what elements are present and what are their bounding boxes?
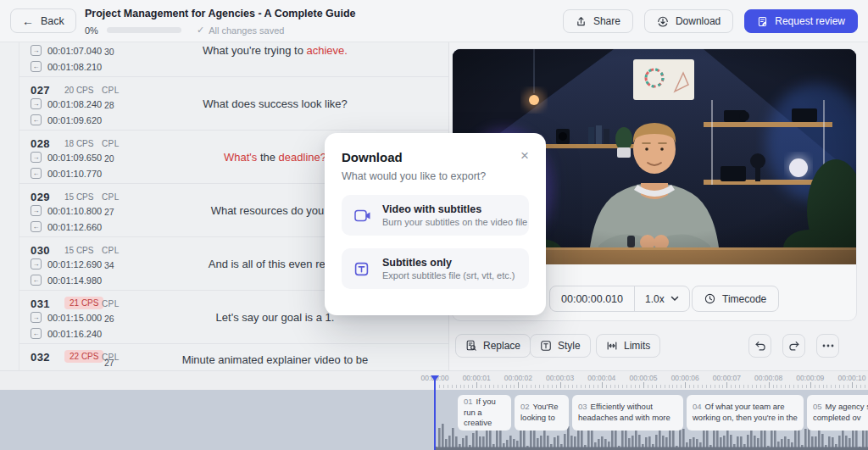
ruler-tick xyxy=(610,385,611,388)
document-review-icon xyxy=(757,16,768,27)
in-timestamp[interactable]: →00:01:09.650 xyxy=(31,152,102,163)
ruler-tick xyxy=(715,385,715,388)
in-timestamp[interactable]: →00:01:15.000 xyxy=(31,312,102,323)
subtitle-text[interactable]: Minute animated explainer video to be xyxy=(119,344,431,370)
ruler-tick xyxy=(843,385,844,388)
playhead[interactable] xyxy=(434,376,436,450)
timeline: 00:00:0000:00:0100:00:0200:00:0300:00:04… xyxy=(0,370,868,450)
timeline-segment[interactable]: 05My agency su completed ov xyxy=(807,395,868,431)
ruler-tick xyxy=(606,385,607,388)
toolbar: Replace Style Limits xyxy=(452,334,857,358)
redo-button[interactable] xyxy=(782,334,805,358)
ruler-tick xyxy=(731,385,732,388)
cpl-value: 27 xyxy=(104,207,114,217)
cpl-value: 26 xyxy=(104,314,114,324)
ruler-tick xyxy=(710,385,711,388)
ruler-tick xyxy=(552,385,553,388)
option-title: Video with subtitles xyxy=(382,203,527,215)
out-timestamp[interactable]: ←00:01:09.620 xyxy=(31,114,102,125)
back-button[interactable]: ← Back xyxy=(10,8,76,33)
replace-button[interactable]: Replace xyxy=(455,334,531,358)
ruler-tick xyxy=(831,385,832,388)
redo-icon xyxy=(788,341,800,352)
in-timestamp[interactable]: →00:01:07.040 xyxy=(31,45,102,56)
ruler-tick xyxy=(726,382,727,388)
out-timestamp[interactable]: ←00:01:08.210 xyxy=(31,61,102,72)
ruler-tick xyxy=(765,385,765,388)
ruler-tick xyxy=(543,385,544,388)
ruler-tick xyxy=(581,385,581,388)
subtitle-text[interactable]: What you're trying to achieve. xyxy=(119,42,431,76)
ruler-tick xyxy=(835,385,836,388)
subtitle-row[interactable]: →00:01:07.040←00:01:08.21030What you're … xyxy=(19,42,448,77)
ruler-tick xyxy=(510,385,511,388)
ruler-label: 00:00:08 xyxy=(754,374,782,382)
limits-button[interactable]: Limits xyxy=(596,334,660,358)
ruler-tick xyxy=(669,385,670,388)
modal-subtitle: What would you like to export? xyxy=(342,170,529,182)
more-options-button[interactable] xyxy=(816,334,839,358)
ruler-tick xyxy=(681,385,682,388)
ruler-tick xyxy=(810,382,811,388)
out-timestamp[interactable]: ←00:01:12.660 xyxy=(31,221,102,232)
timeline-segment[interactable]: 04Of what your team are working on, then… xyxy=(687,395,804,431)
in-time-icon: → xyxy=(31,152,42,163)
ruler-tick xyxy=(468,385,469,388)
current-time-display[interactable]: 00:00:00.010 xyxy=(550,293,634,305)
ruler-tick xyxy=(481,385,481,388)
subtitle-number: 028 xyxy=(31,137,50,150)
ruler-tick xyxy=(448,385,448,388)
subtitle-row[interactable]: 02720 CPSCPL→00:01:08.240←00:01:09.62028… xyxy=(19,77,448,131)
ruler-tick xyxy=(689,385,690,388)
out-timestamp[interactable]: ←00:01:10.770 xyxy=(31,168,102,179)
ruler-tick xyxy=(539,385,540,388)
undo-button[interactable] xyxy=(748,334,771,358)
timeline-segment[interactable]: 01If you run a creative xyxy=(458,395,511,431)
modal-title: Download xyxy=(342,150,403,164)
request-review-button[interactable]: Request review xyxy=(744,9,858,33)
in-time-value: 00:01:08.240 xyxy=(47,99,102,109)
ruler-tick xyxy=(456,385,457,388)
out-time-icon: ← xyxy=(31,221,42,232)
list-gutter xyxy=(0,42,19,370)
cpl-header: CPL xyxy=(102,299,120,308)
cpl-value: 27 xyxy=(104,358,114,368)
ruler-tick xyxy=(560,382,561,388)
ruler-tick xyxy=(748,385,748,388)
subtitle-row[interactable]: 03222 CPSCPL27Minute animated explainer … xyxy=(19,344,448,370)
in-time-value: 00:01:07.040 xyxy=(47,46,102,56)
in-timestamp[interactable]: →00:01:08.240 xyxy=(31,98,102,109)
ruler-tick xyxy=(565,385,565,388)
subtitle-word: What resources do you ha xyxy=(211,204,340,217)
timecode-button[interactable]: Timecode xyxy=(692,286,779,312)
ruler-tick xyxy=(815,385,815,388)
download-button[interactable]: Download xyxy=(644,9,733,33)
close-icon[interactable]: × xyxy=(520,148,529,163)
cpl-header: CPL xyxy=(102,139,120,148)
ruler-tick xyxy=(493,385,494,388)
clock-icon xyxy=(704,293,715,304)
in-timestamp[interactable]: →00:01:12.690 xyxy=(31,258,102,269)
out-time-icon: ← xyxy=(31,275,42,286)
export-option-video[interactable]: Video with subtitles Burn your subtitles… xyxy=(342,195,529,236)
out-timestamp[interactable]: ←00:01:14.980 xyxy=(31,275,102,286)
ruler-tick xyxy=(743,385,744,388)
playback-speed-select[interactable]: 1.0x xyxy=(635,293,689,305)
subtitle-text[interactable]: What does success look like? xyxy=(119,77,431,130)
share-button[interactable]: Share xyxy=(563,9,633,33)
in-timestamp[interactable]: →00:01:10.800 xyxy=(31,205,102,216)
project-title-block: Project Management for Agencies - A Comp… xyxy=(85,8,356,36)
out-timestamp[interactable]: ←00:01:16.240 xyxy=(31,328,102,339)
download-modal: Download × What would you like to export… xyxy=(325,133,546,315)
ruler-tick xyxy=(439,385,440,388)
download-icon xyxy=(657,15,669,27)
timeline-segment[interactable]: 03Efficiently without headaches and with… xyxy=(572,395,683,431)
style-button[interactable]: Style xyxy=(530,334,591,358)
timeline-segment[interactable]: 02You'Re looking to xyxy=(515,395,569,431)
ruler-tick xyxy=(622,385,623,388)
progress-bar xyxy=(107,27,181,33)
ruler-tick xyxy=(839,385,840,388)
ruler-label: 00:00:07 xyxy=(713,374,741,382)
export-option-subtitles[interactable]: Subtitles only Export subtitles file (sr… xyxy=(342,248,529,289)
ruler-tick xyxy=(735,385,736,388)
